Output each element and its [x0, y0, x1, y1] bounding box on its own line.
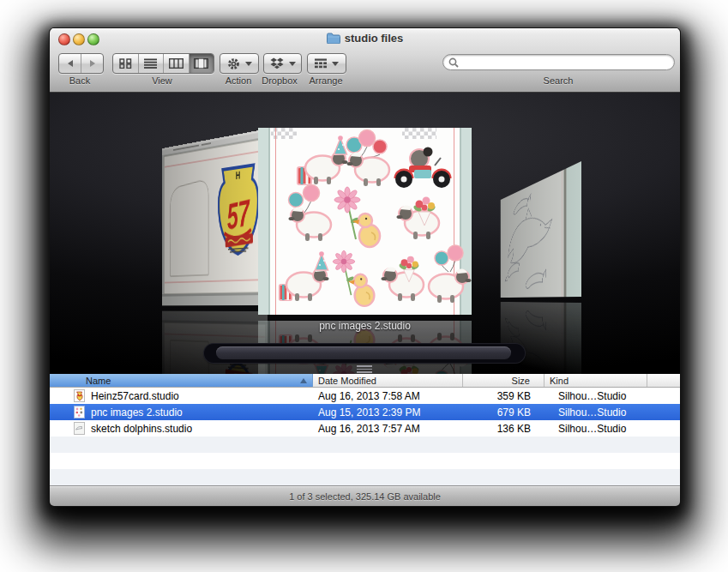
column-header-name[interactable]: Name	[50, 374, 313, 387]
back-forward-group	[58, 53, 104, 74]
view-label: View	[152, 75, 172, 86]
cover-heinz57card-reflection: H 57	[162, 308, 268, 374]
dropbox-icon	[270, 57, 284, 69]
back-label: Back	[69, 75, 90, 86]
coverflow-view-icon	[194, 58, 208, 69]
list-view-icon	[144, 58, 157, 69]
folder-icon	[327, 33, 340, 44]
dropbox-dropdown-arrow	[289, 62, 296, 66]
cover-pnc-images[interactable]	[258, 128, 472, 374]
file-date: Aug 16, 2013 7:58 AM	[313, 390, 463, 402]
back-button[interactable]	[59, 54, 81, 73]
file-kind: Silhou…Studio	[544, 406, 647, 418]
arrange-grid-icon	[315, 58, 327, 69]
arrange-label: Arrange	[309, 75, 342, 86]
finder-window: studio files Back	[49, 27, 681, 507]
column-header-size[interactable]: Size	[463, 374, 544, 387]
pnc-images-file-icon	[73, 406, 86, 418]
cover-sketch-dolphins-art	[501, 161, 581, 298]
sketch-dolphins-file-icon	[73, 422, 86, 435]
dropbox-button[interactable]	[263, 53, 302, 74]
dropbox-label: Dropbox	[262, 75, 298, 86]
cover-pnc-images-art	[258, 128, 472, 315]
search-input[interactable]	[462, 56, 669, 69]
back-arrow-icon	[66, 59, 75, 68]
status-bar: 1 of 3 selected, 325.14 GB available	[50, 485, 680, 506]
column-header-kind[interactable]: Kind	[544, 374, 647, 387]
status-text: 1 of 3 selected, 325.14 GB available	[289, 491, 441, 502]
file-size: 136 KB	[463, 423, 544, 435]
window-title: studio files	[345, 32, 404, 45]
forward-button[interactable]	[81, 54, 103, 73]
file-size: 359 KB	[463, 390, 544, 402]
action-label: Action	[226, 75, 252, 86]
empty-row	[50, 437, 680, 453]
window-chrome[interactable]: studio files Back	[50, 28, 680, 93]
search-label: Search	[544, 75, 574, 86]
sort-ascending-icon	[300, 378, 307, 383]
coverflow-scrollbar[interactable]	[204, 344, 525, 363]
action-dropdown-arrow	[245, 62, 252, 66]
column-header-date-modified[interactable]: Date Modified	[313, 374, 463, 387]
arrange-dropdown-arrow	[332, 62, 339, 66]
titlebar: studio files	[50, 28, 680, 47]
view-segmented-control	[112, 53, 214, 74]
cover-heinz57card-art: H 57	[162, 129, 268, 305]
file-name: pnc images 2.studio	[91, 406, 183, 418]
search-field[interactable]	[442, 54, 675, 70]
arrange-button[interactable]	[307, 53, 346, 74]
coverflow-resize-handle[interactable]	[357, 365, 372, 374]
file-kind: Silhou…Studio	[544, 390, 647, 402]
gear-icon	[227, 57, 240, 70]
search-icon	[448, 57, 459, 68]
file-row-sketch-dolphins[interactable]: sketch dolphins.studio Aug 16, 2013 7:57…	[50, 420, 680, 437]
column-view-icon	[169, 58, 184, 69]
column-header-spacer	[647, 374, 680, 387]
list-header: Name Date Modified Size Kind	[50, 374, 680, 388]
coverflow-scrollbar-thumb[interactable]	[216, 346, 511, 359]
heinz57card-file-icon	[73, 389, 86, 402]
coverflow-caption: pnc images 2.studio	[50, 320, 680, 332]
file-row-heinz57card[interactable]: Heinz57card.studio Aug 16, 2013 7:58 AM …	[50, 388, 680, 404]
action-button[interactable]	[220, 53, 259, 74]
coverflow-area: H 57	[50, 93, 680, 374]
empty-row	[50, 469, 680, 485]
icon-view-icon	[119, 58, 132, 69]
view-list-mode[interactable]	[138, 54, 164, 73]
file-kind: Silhou…Studio	[544, 423, 647, 435]
view-column-mode[interactable]	[163, 54, 189, 73]
view-coverflow-mode[interactable]	[189, 54, 214, 73]
cover-sketch-dolphins[interactable]	[501, 161, 581, 374]
file-date: Aug 16, 2013 7:57 AM	[313, 423, 463, 435]
file-size: 679 KB	[463, 406, 544, 418]
empty-row	[50, 453, 680, 469]
file-date: Aug 15, 2013 2:39 PM	[313, 406, 463, 418]
file-list: Name Date Modified Size Kind	[50, 374, 680, 486]
file-row-pnc-images[interactable]: pnc images 2.studio Aug 15, 2013 2:39 PM…	[50, 404, 680, 420]
forward-arrow-icon	[88, 59, 97, 68]
file-name: sketch dolphins.studio	[91, 423, 192, 435]
cover-heinz57card[interactable]: H 57	[162, 129, 268, 374]
view-icon-mode[interactable]	[113, 54, 138, 73]
file-name: Heinz57card.studio	[91, 390, 179, 402]
desktop: studio files Back	[0, 0, 728, 572]
